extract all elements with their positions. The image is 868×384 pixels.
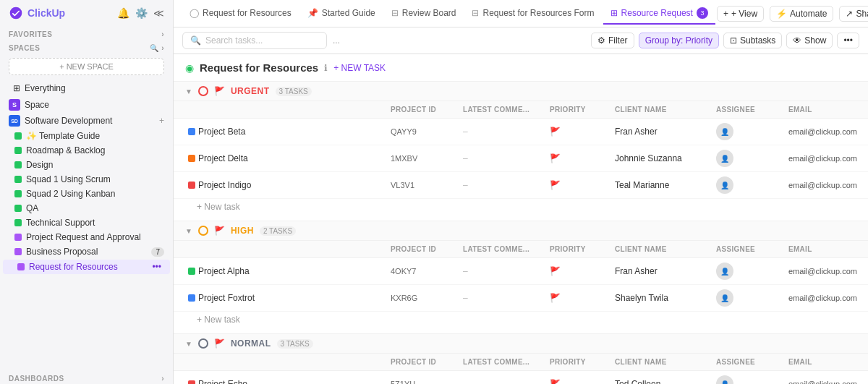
project-id: QAYY9 <box>391 127 417 136</box>
table-row[interactable]: Project Delta 1MXBV – 🚩 Johnnie Suzanna … <box>174 145 868 172</box>
folder-item-squad1[interactable]: Squad 1 Using Scrum <box>0 172 173 187</box>
filter-button[interactable]: ⚙ Filter <box>591 33 634 48</box>
more-dots-icon[interactable]: ••• <box>152 262 161 272</box>
new-task-row-high[interactable]: + New task <box>174 312 868 328</box>
more-options-icon[interactable]: ... <box>333 35 340 46</box>
priority-cell: 🚩 <box>547 377 612 384</box>
project-id: KXR6G <box>391 294 417 302</box>
share-label: Share <box>856 9 868 19</box>
sidebar-item-software-dev[interactable]: SD Software Development + <box>0 113 173 129</box>
client-name-cell: Ted Colleen <box>612 377 713 384</box>
automate-button[interactable]: ⚡ Automate <box>770 6 833 22</box>
email-cell: email@clickup.com <box>786 153 868 164</box>
folder-item-project-request[interactable]: Project Request and Approval <box>0 230 173 244</box>
group-by-button[interactable]: Group by: Priority <box>639 33 719 48</box>
search-spaces-icon[interactable]: 🔍 <box>150 44 159 52</box>
show-button[interactable]: 👁 Show <box>786 33 833 48</box>
folder-item-design[interactable]: Design <box>0 158 173 172</box>
urgent-flag-icon: 🚩 <box>214 86 225 96</box>
folder-item-request-for-resources[interactable]: Request for Resources ••• <box>3 260 170 274</box>
favorites-arrow[interactable]: › <box>161 30 164 38</box>
task-name: Project Indigo <box>198 180 251 190</box>
tab-resource-request[interactable]: ⊞ Resource Request 3 <box>603 3 715 25</box>
new-task-row-urgent[interactable]: + New task <box>174 199 868 215</box>
client-name-cell: Shaelyn Twila <box>612 291 713 304</box>
expand-spaces-icon[interactable]: › <box>161 44 164 52</box>
favorites-section: FAVORITES › <box>0 26 173 40</box>
email: email@clickup.com <box>788 267 857 276</box>
folder-item-business-proposal[interactable]: Business Proposal 7 <box>0 244 173 259</box>
search-box[interactable]: 🔍 Search tasks... <box>182 32 327 49</box>
space-avatar-s: S <box>9 99 20 111</box>
folder-dot <box>14 219 22 226</box>
th-project-id: PROJECT ID <box>388 244 460 255</box>
task-dot <box>188 294 195 302</box>
software-dev-label: Software Development <box>25 116 112 126</box>
share-button[interactable]: ↗ Share <box>839 6 868 22</box>
folder-item-roadmap[interactable]: Roadmap & Backlog <box>0 143 173 158</box>
tab-request-resources-form[interactable]: ⊟ Request for Resources Form <box>464 4 601 24</box>
table-row[interactable]: Project Echo 5Z1YH – 🚩 Ted Colleen 👤 ema… <box>174 371 868 384</box>
folder-dot <box>14 147 22 154</box>
folder-item-squad2[interactable]: Squad 2 Using Kanban <box>0 187 173 201</box>
table-row[interactable]: Project Foxtrot KXR6G – 🚩 Shaelyn Twila … <box>174 285 868 312</box>
more-toolbar-options[interactable]: ••• <box>837 33 859 48</box>
th-latest-comment: LATEST COMME... <box>460 104 547 115</box>
email-cell: email@clickup.com <box>786 179 868 191</box>
new-task-button[interactable]: + NEW TASK <box>333 63 386 73</box>
table-row[interactable]: Project Alpha 4OKY7 – 🚩 Fran Asher 👤 ema… <box>174 258 868 285</box>
group-expand-icon-urgent[interactable]: ▼ <box>185 88 192 95</box>
project-id: 1MXBV <box>391 154 417 163</box>
folder-dot <box>17 263 25 270</box>
dashboards-arrow[interactable]: › <box>161 375 164 383</box>
client-name-cell: Johnnie Suzanna <box>612 152 713 165</box>
subtasks-icon: ⊡ <box>730 35 737 46</box>
tab-label: Review Board <box>402 8 456 18</box>
assignee-cell: 👤 <box>713 175 786 195</box>
content-area: ◉ Request for Resources ℹ + NEW TASK ▼ 🚩… <box>174 54 868 384</box>
folder-label: Business Proposal <box>26 247 98 257</box>
table-row[interactable]: Project Beta QAYY9 – 🚩 Fran Asher 👤 emai… <box>174 119 868 145</box>
automate-icon: ⚡ <box>776 9 787 19</box>
th-project-id: PROJECT ID <box>388 104 460 115</box>
comment-cell: – <box>460 377 547 384</box>
folder-dot <box>14 205 22 212</box>
group-expand-icon-high[interactable]: ▼ <box>185 227 192 235</box>
sidebar-top-icons: 🔔 ⚙️ ≪ <box>117 7 164 19</box>
new-space-button[interactable]: + NEW SPACE <box>9 58 164 75</box>
tab-label: Resource Request <box>621 8 693 18</box>
gear-icon[interactable]: ⚙️ <box>135 7 148 19</box>
view-button[interactable]: + + View <box>717 6 764 22</box>
tab-pin-icon: 📌 <box>307 8 318 18</box>
filter-icon: ⚙ <box>597 35 605 46</box>
tab-review-board[interactable]: ⊟ Review Board <box>384 4 464 24</box>
bell-icon[interactable]: 🔔 <box>117 7 129 19</box>
priority-flag-icon: 🚩 <box>550 379 561 384</box>
project-id-cell: VL3V1 <box>388 179 460 191</box>
toolbar: 🔍 Search tasks... ... ⚙ Filter Group by:… <box>174 27 868 54</box>
group-expand-icon-normal[interactable]: ▼ <box>185 340 192 348</box>
tab-request-for-resources[interactable]: ◯ Request for Resources <box>182 4 299 24</box>
folder-label: Squad 2 Using Kanban <box>26 189 115 199</box>
folder-item-technical-support[interactable]: Technical Support <box>0 216 173 230</box>
top-nav: ◯ Request for Resources 📌 Started Guide … <box>174 0 868 27</box>
sidebar-header: ClickUp 🔔 ⚙️ ≪ <box>0 0 173 26</box>
folder-item-template-guide[interactable]: ✨ Template Guide <box>0 129 173 143</box>
table-row[interactable]: Project Indigo VL3V1 – 🚩 Teal Marianne 👤… <box>174 172 868 199</box>
sidebar-item-space[interactable]: S Space <box>0 97 173 113</box>
top-nav-right-actions: + + View ⚡ Automate ↗ Share <box>717 6 868 22</box>
folder-dot <box>14 234 22 241</box>
folder-dot <box>14 248 22 255</box>
th-latest-comment: LATEST COMME... <box>460 244 547 255</box>
collapse-icon[interactable]: ≪ <box>153 7 164 19</box>
folder-item-qa[interactable]: QA <box>0 201 173 216</box>
subtasks-button[interactable]: ⊡ Subtasks <box>723 33 782 48</box>
email: email@clickup.com <box>788 181 857 189</box>
group-by-label: Group by: Priority <box>645 35 712 46</box>
th-name <box>185 244 388 255</box>
tab-started-guide[interactable]: 📌 Started Guide <box>300 4 383 24</box>
group-name-high: HIGH <box>231 226 254 236</box>
sidebar-item-everything[interactable]: ⊞ Everything <box>3 80 170 96</box>
add-icon[interactable]: + <box>159 116 164 126</box>
task-name-cell: Project Foxtrot <box>185 291 388 304</box>
